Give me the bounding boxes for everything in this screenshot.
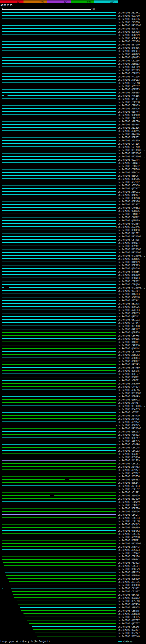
hit-label[interactable]: UniRef100_C8CL84 [118, 565, 140, 567]
hit-bar[interactable] [20, 607, 116, 608]
hit-label[interactable]: UniRef100_Q6P483 [118, 478, 140, 481]
hit-bar[interactable] [2, 134, 116, 134]
hit-bar[interactable] [2, 159, 116, 160]
hit-label[interactable]: UniRef100_C0H748 [118, 168, 140, 171]
hit-bar[interactable] [2, 15, 116, 16]
hit-label[interactable]: UniRef100_C1BN94 [118, 162, 140, 164]
hit-label[interactable]: UniRef100_A5JSP2 [118, 491, 140, 494]
hit-label[interactable]: UniRef100_B6K247 [118, 482, 140, 484]
hit-label[interactable]: UniRef100_Q5R7Y8 [118, 197, 140, 200]
hit-bar[interactable] [2, 278, 116, 278]
hit-label[interactable]: UniRef100_B9A7J9 [118, 408, 140, 410]
hit-label[interactable]: UniRef100_Q29F46 [118, 267, 140, 270]
hit-label[interactable]: UniRef100_C57RN0 [118, 350, 140, 353]
hit-bar[interactable] [2, 418, 116, 419]
hit-bar[interactable] [2, 108, 116, 109]
hit-label[interactable]: UniRef100_B9SX07 [118, 28, 140, 30]
hit-label[interactable]: UniRef100_C0PT38 [118, 101, 140, 104]
hit-bar[interactable] [2, 511, 116, 512]
hit-label[interactable]: UniRef100_Q3THC7 [118, 187, 140, 190]
hit-bar[interactable] [2, 524, 116, 524]
hit-bar[interactable] [2, 457, 116, 457]
hit-label[interactable]: UniRef100_B4P8P9 [118, 261, 140, 264]
hit-label[interactable]: UniRef100_B4DVG7 [118, 194, 140, 196]
hit-bar[interactable] [2, 470, 116, 470]
hit-label[interactable]: UniRef100_B5DGW7 [118, 174, 140, 177]
hit-label[interactable]: UniRef100_A6YM88 [118, 536, 140, 538]
hit-label[interactable]: UniRef100_Q9XFV0 [118, 14, 140, 17]
hit-bar[interactable] [2, 114, 116, 115]
hit-label[interactable]: UniRef100_A6YM72 [118, 421, 140, 423]
hit-label[interactable]: UniRef100_B9ZVQ7 [118, 629, 140, 631]
hit-label[interactable]: UniRef100_A5XVQ0 [118, 184, 140, 187]
hit-bar[interactable] [2, 425, 116, 425]
hit-bar[interactable] [2, 246, 116, 246]
hit-bar[interactable] [9, 287, 116, 288]
hit-label[interactable]: UniRef100_B6H6Y2 [118, 558, 140, 561]
hit-bar[interactable] [17, 600, 116, 601]
hit-bar[interactable] [2, 226, 116, 227]
hit-label[interactable]: UniRef100_C8VN22 [118, 552, 140, 554]
hit-bar[interactable] [2, 335, 116, 336]
hit-bar[interactable] [2, 89, 116, 90]
hit-bar[interactable] [2, 380, 116, 380]
hit-bar[interactable] [13, 594, 116, 595]
hit-label[interactable]: UniRef100_C4QB62 [118, 206, 140, 209]
hit-bar[interactable] [2, 191, 116, 192]
hit-bar[interactable] [2, 255, 116, 256]
hit-bar[interactable] [2, 287, 4, 288]
hit-label[interactable]: UniRef100_C7TZL6 [118, 142, 140, 145]
hit-bar[interactable] [2, 57, 116, 58]
hit-bar[interactable] [2, 386, 116, 387]
hit-bar[interactable] [2, 217, 116, 218]
hit-label[interactable]: UniRef100_UPI0000... [118, 155, 145, 158]
hit-label[interactable]: UniRef100_B6RB52 [118, 136, 140, 139]
hit-label[interactable]: UniRef100_C8CLR3 [118, 517, 140, 519]
hit-bar[interactable] [7, 578, 116, 579]
hit-label[interactable]: UniRef100_C1EE87 [118, 117, 140, 120]
hit-label[interactable]: UniRef100_A6YM63 [118, 466, 140, 468]
hit-bar[interactable] [2, 434, 116, 435]
hit-label[interactable]: UniRef100_A7XCY3 [118, 309, 140, 312]
hit-bar[interactable] [2, 364, 116, 364]
hit-bar[interactable] [3, 562, 116, 563]
hit-label[interactable]: UniRef100_Q4T4J0 [118, 603, 140, 606]
hit-bar[interactable] [2, 265, 116, 266]
hit-bar[interactable] [2, 150, 116, 150]
hit-label[interactable]: UniRef100_C8CL52 [118, 488, 140, 490]
hit-label[interactable]: UniRef100_Q1HRG2 [118, 398, 140, 401]
hit-label[interactable]: UniRef100_A5HWI3 [118, 62, 140, 65]
hit-bar[interactable] [2, 28, 116, 29]
hit-bar[interactable] [2, 354, 116, 355]
hit-bar[interactable] [2, 118, 116, 118]
hit-label[interactable]: UniRef100_C8CL50 [118, 520, 140, 522]
hit-bar[interactable] [2, 66, 116, 67]
hit-bar[interactable] [2, 18, 116, 19]
hit-label[interactable]: UniRef100_B9Y2P3 [118, 363, 140, 366]
hit-label[interactable]: UniRef100_Q2QNF3 [118, 56, 140, 59]
hit-bar[interactable] [2, 546, 116, 547]
hit-label[interactable]: UniRef100_C4WSN2 [118, 216, 140, 219]
hit-bar[interactable] [2, 326, 116, 326]
hit-label[interactable]: UniRef100_C8CL48 [118, 446, 140, 449]
hit-label[interactable]: UniRef100_B7QL26 [118, 306, 140, 308]
hit-bar[interactable] [2, 198, 116, 198]
hit-bar[interactable] [2, 146, 116, 147]
hit-bar[interactable] [2, 396, 116, 396]
hit-bar[interactable] [2, 367, 116, 368]
hit-label[interactable]: UniRef100_Q51LD2 [118, 318, 140, 321]
hit-label[interactable]: UniRef100_A8UGG1 [118, 190, 140, 193]
hit-bar[interactable] [2, 399, 116, 400]
hit-label[interactable]: UniRef100_A9BVD5 [118, 606, 140, 609]
hit-bar[interactable] [6, 575, 116, 576]
hit-bar[interactable] [2, 41, 116, 42]
hit-bar[interactable] [2, 290, 116, 291]
hit-label[interactable]: UniRef100_A6YM74 [118, 469, 140, 471]
hit-label[interactable]: UniRef100_Q6FPN7 [118, 437, 140, 439]
hit-label[interactable]: UniRef100_UPI0000... [118, 254, 145, 257]
hit-bar[interactable] [2, 140, 116, 141]
hit-label[interactable]: UniRef100_Q55CN0 [118, 600, 140, 602]
hit-label[interactable]: UniRef100_C0H6H2 [118, 165, 140, 168]
hit-label[interactable]: UniRef100_Q9FEZ7 [118, 373, 140, 375]
hit-bar[interactable] [2, 559, 116, 560]
